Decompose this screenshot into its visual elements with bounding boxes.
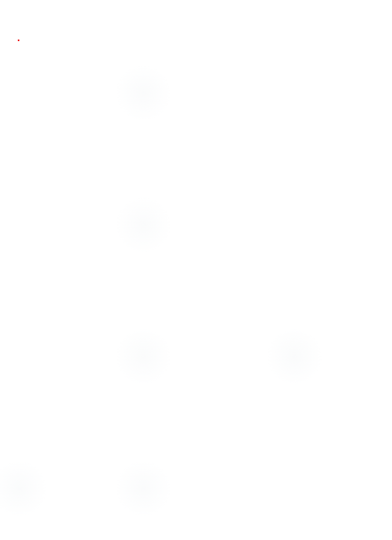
award-table (18, 18, 374, 40)
watermark-layer (0, 0, 392, 540)
watermark-society-icon (351, 240, 377, 256)
highlight-box (18, 40, 19, 41)
watermark-society-icon (351, 376, 377, 392)
table-header-row (18, 18, 374, 40)
